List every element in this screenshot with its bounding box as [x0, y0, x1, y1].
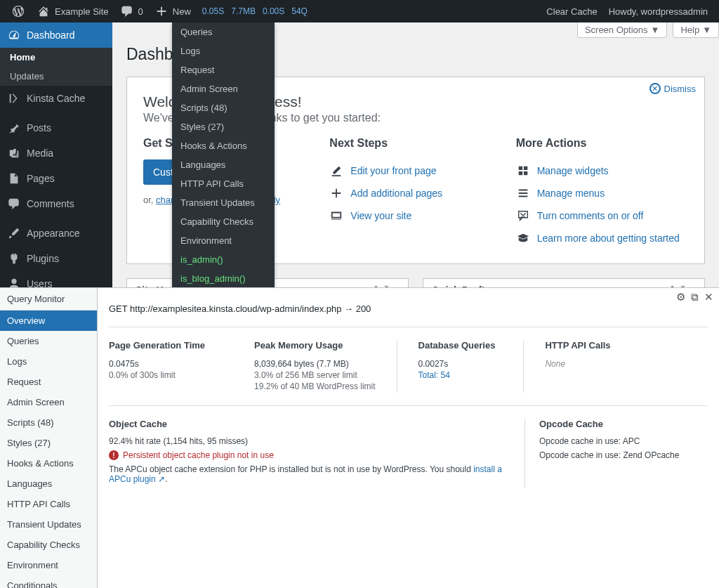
howdy-link[interactable]: Howdy, wordpressadmin	[603, 0, 713, 22]
settings-icon[interactable]: ⚙	[676, 291, 685, 303]
qm-side-env[interactable]: Environment	[0, 555, 97, 575]
qm-side-head: Query Monitor	[0, 288, 97, 311]
qm-side-scripts[interactable]: Scripts (48)	[0, 412, 97, 433]
qm-menu-logs[interactable]: Logs	[172, 41, 275, 60]
help-button[interactable]: Help ▼	[673, 22, 719, 38]
edit-front-page-link[interactable]: Edit your front page	[350, 165, 436, 176]
qm-menu-transients[interactable]: Transient Updates	[172, 193, 275, 212]
qm-menu-request[interactable]: Request	[172, 60, 275, 79]
qm-menu-isadmin[interactable]: is_admin()	[172, 250, 275, 269]
qm-stat-gen-value: 0.0475s	[109, 359, 205, 369]
qm-side-request[interactable]: Request	[0, 372, 97, 392]
qm-side-queries[interactable]: Queries	[0, 331, 97, 351]
close-icon: ✕	[649, 83, 661, 94]
kinsta-icon	[7, 91, 21, 105]
sidebar-pages[interactable]: Pages	[0, 166, 112, 191]
qm-side-hooks[interactable]: Hooks & Actions	[0, 453, 97, 473]
metric-time: 0.05S	[202, 6, 224, 16]
qm-side-http-api[interactable]: HTTP API Calls	[0, 494, 97, 514]
page-icon	[7, 171, 21, 185]
qm-menu-admin-screen[interactable]: Admin Screen	[172, 79, 275, 98]
comments-link[interactable]: 0	[114, 0, 149, 22]
qm-menu-scripts[interactable]: Scripts (48)	[172, 98, 275, 117]
view-icon	[329, 209, 343, 223]
qm-side-caps[interactable]: Capability Checks	[0, 535, 97, 555]
qm-menu-env[interactable]: Environment	[172, 231, 275, 250]
brush-icon	[7, 226, 21, 240]
sidebar-kinsta-label: Kinsta Cache	[27, 93, 85, 104]
qm-stat-gen: Page Generation Time 0.0475s 0.0% of 300…	[109, 340, 233, 393]
qm-side-conditionals[interactable]: Conditionals	[0, 575, 97, 588]
qm-side-logs[interactable]: Logs	[0, 351, 97, 372]
qm-side-languages[interactable]: Languages	[0, 473, 97, 494]
add-pages-link[interactable]: Add additional pages	[350, 188, 442, 199]
sidebar-plugins[interactable]: Plugins	[0, 246, 112, 271]
qm-stat-gen-title: Page Generation Time	[109, 340, 205, 351]
clear-cache-link[interactable]: Clear Cache	[541, 0, 602, 22]
wp-logo[interactable]	[6, 0, 31, 22]
screen-options-button[interactable]: Screen Options ▼	[577, 22, 667, 38]
metric-queries: 54Q	[291, 6, 308, 16]
moreactions-title: More Actions	[516, 137, 688, 150]
qm-request-line: GET http://examplesitea.kinsta.cloud/wp-…	[109, 296, 708, 327]
qm-objcache-title: Object Cache	[109, 419, 510, 429]
sidebar-appearance[interactable]: Appearance	[0, 221, 112, 246]
qm-side-transients[interactable]: Transient Updates	[0, 514, 97, 535]
metric-db: 0.00S	[263, 6, 284, 16]
caret-down-icon: ▼	[702, 25, 711, 35]
site-name-text: Example Site	[55, 6, 109, 17]
popout-icon[interactable]: ⧉	[691, 291, 699, 303]
qm-menu-queries[interactable]: Queries	[172, 22, 275, 41]
toggle-comments-link[interactable]: Turn comments on or off	[537, 210, 644, 221]
media-icon	[7, 146, 21, 160]
qm-menu-styles[interactable]: Styles (27)	[172, 117, 275, 136]
sidebar-dashboard[interactable]: Dashboard	[0, 22, 112, 48]
screen-options-label: Screen Options	[585, 25, 648, 35]
sidebar-media[interactable]: Media	[0, 141, 112, 166]
plugin-icon	[7, 251, 21, 266]
view-site-link[interactable]: View your site	[350, 210, 411, 221]
qm-menu-caps[interactable]: Capability Checks	[172, 212, 275, 231]
new-content-link[interactable]: New	[149, 0, 197, 22]
qm-menu-hooks[interactable]: Hooks & Actions	[172, 136, 275, 155]
qm-menu-http-api[interactable]: HTTP API Calls	[172, 174, 275, 193]
site-name-link[interactable]: Example Site	[31, 0, 114, 22]
sidebar-comments[interactable]: Comments	[0, 191, 112, 216]
qm-stat-mem-title: Peak Memory Usage	[254, 340, 376, 351]
qm-side-styles[interactable]: Styles (27)	[0, 433, 97, 453]
comments-off-icon	[516, 209, 530, 223]
qm-opcache-line1: Opcode cache in use: APC	[539, 436, 708, 446]
qm-stat-mem-limit1: 3.0% of 256 MB server limit	[254, 370, 376, 380]
sidebar-appearance-label: Appearance	[27, 228, 80, 239]
qm-menu-languages[interactable]: Languages	[172, 155, 275, 174]
close-icon[interactable]: ✕	[704, 291, 713, 303]
comments-icon	[7, 197, 21, 211]
dismiss-button[interactable]: ✕Dismiss	[649, 83, 697, 94]
qm-stat-db-link[interactable]: Total: 54	[418, 370, 450, 380]
qm-body: ⚙ ⧉ ✕ GET http://examplesitea.kinsta.clo…	[98, 288, 719, 588]
sidebar-plugins-label: Plugins	[27, 253, 59, 264]
sidebar-comments-label: Comments	[27, 198, 74, 209]
sidebar-home[interactable]: Home	[0, 48, 112, 67]
menus-icon	[516, 186, 530, 200]
learn-more-link[interactable]: Learn more about getting started	[537, 233, 680, 244]
sidebar-posts[interactable]: Posts	[0, 115, 112, 141]
manage-widgets-link[interactable]: Manage widgets	[537, 165, 609, 176]
qm-dropdown-menu: Queries Logs Request Admin Screen Script…	[172, 22, 275, 288]
home-icon	[37, 4, 51, 18]
qm-side-admin-screen[interactable]: Admin Screen	[0, 392, 97, 412]
qm-opcode-cache: Opcode Cache Opcode cache in use: APC Op…	[525, 419, 708, 488]
sidebar-pages-label: Pages	[27, 173, 55, 184]
dismiss-label: Dismiss	[664, 84, 697, 94]
qm-objcache-rate: 92.4% hit rate (1,154 hits, 95 misses)	[109, 436, 510, 446]
sidebar-kinsta[interactable]: Kinsta Cache	[0, 86, 112, 111]
qm-opcache-title: Opcode Cache	[539, 419, 708, 429]
sidebar-updates[interactable]: Updates	[0, 67, 112, 86]
qm-stat-mem: Peak Memory Usage 8,039,664 bytes (7.7 M…	[254, 340, 397, 393]
pin-icon	[7, 121, 21, 135]
qm-menu-isblogadmin[interactable]: is_blog_admin()	[172, 269, 275, 288]
qm-admin-metrics[interactable]: 0.05S 7.7MB 0.00S 54Q	[197, 6, 313, 16]
manage-menus-link[interactable]: Manage menus	[537, 188, 605, 199]
qm-side-overview[interactable]: Overview	[0, 311, 97, 331]
qm-objcache-note: The APCu object cache extension for PHP …	[109, 464, 510, 484]
